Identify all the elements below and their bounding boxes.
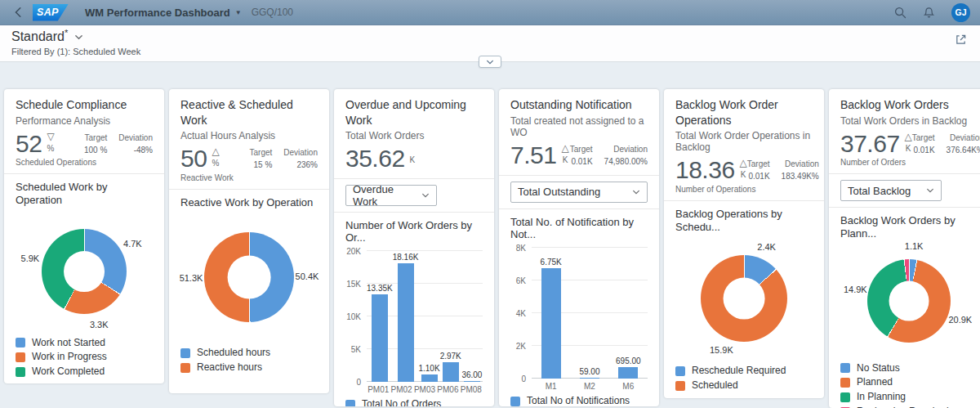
chart-filter-select[interactable]: Overdue Work (345, 185, 437, 206)
y-axis-tick: 0 (521, 374, 526, 383)
kpi-unit: K (906, 144, 911, 153)
card-header[interactable]: Reactive & Scheduled Work Actual Hours A… (169, 89, 329, 188)
legend-item[interactable]: Total No of Notifications (510, 396, 648, 406)
card-header[interactable]: Schedule Compliance Performance Analysis… (4, 89, 164, 173)
donut-hole (889, 280, 929, 321)
legend-label: Work in Progress (32, 352, 107, 363)
bar-chart[interactable]: 8K6K4K2K0 6.75K 59.00 695.00 M1M2M6 (510, 248, 648, 391)
bar[interactable] (580, 378, 599, 379)
chart-legend: No Status Planned In Planning Replanning… (829, 358, 980, 408)
bar[interactable] (421, 374, 438, 382)
x-axis-label: PM06 (436, 382, 459, 394)
bar[interactable] (372, 294, 388, 382)
chevron-down-icon (74, 33, 83, 42)
donut[interactable] (867, 259, 951, 343)
card-header[interactable]: Overdue and Upcoming Work Total Work Ord… (334, 89, 494, 177)
legend-item[interactable]: No Status (840, 363, 978, 374)
legend-item[interactable]: Work Completed (16, 366, 153, 378)
bar-chart[interactable]: 20K15K10K5K0 13.35K 18.16K 1.10K 2.97K 3… (345, 251, 483, 394)
chart-legend: Total No of Orders (334, 394, 494, 407)
legend-item[interactable]: Planned (840, 377, 978, 388)
deviation-label: Deviation (785, 159, 819, 168)
legend-item[interactable]: Scheduled (675, 380, 813, 392)
card-title: Backlog Work Orders (840, 97, 978, 112)
y-axis-tick: 4K (516, 308, 526, 317)
app-title-menu[interactable]: WM Performance Dashboard ▼ (85, 7, 242, 19)
share-icon[interactable] (955, 34, 967, 46)
data-label: 1.1K (905, 241, 924, 251)
legend-item[interactable]: Scheduled hours (180, 347, 318, 359)
legend-item[interactable]: Reschedule Required (675, 365, 813, 377)
bar-column[interactable]: 6.75K (532, 248, 570, 379)
selected-option: Total Backlog (848, 185, 911, 197)
bar[interactable] (398, 263, 414, 382)
data-label: 59.00 (579, 367, 599, 376)
bar[interactable] (541, 268, 561, 379)
x-axis-label: M2 (570, 379, 608, 391)
chart-legend: Scheduled hours Reactive hours (169, 343, 329, 382)
legend-swatch-icon (840, 392, 850, 402)
legend-swatch-icon (16, 367, 25, 377)
donut-chart[interactable]: 2.4K15.9K (675, 236, 813, 361)
bar-column[interactable]: 18.16K (393, 251, 419, 382)
legend-item[interactable]: Work in Progress (16, 352, 153, 363)
notifications-bell-icon[interactable] (923, 7, 935, 19)
shell-header: SAP WM Performance Dashboard ▼ GGQ/100 G… (0, 0, 980, 25)
deviation-value: 376.64K% (947, 146, 980, 155)
sap-logo[interactable]: SAP (33, 4, 69, 21)
legend-item[interactable]: Work not Started (16, 338, 153, 349)
deviation-value: -48% (134, 146, 153, 155)
x-axis-label: M6 (609, 379, 648, 391)
data-label: 20.9K (948, 315, 972, 325)
chart-filter-select[interactable]: Total Backlog (840, 180, 942, 201)
bar[interactable] (618, 367, 638, 379)
deviation-value: 183.49K% (782, 172, 819, 181)
target-label: Target (85, 133, 108, 142)
y-axis-tick: 8K (516, 243, 526, 252)
donut-chart[interactable]: 50.4K51.3K (180, 212, 318, 343)
card-header[interactable]: Backlog Work Order Operations Total Work… (664, 89, 824, 200)
system-id: GGQ/100 (252, 7, 293, 18)
back-icon[interactable] (13, 7, 24, 18)
bar-column[interactable]: 13.35K (367, 251, 393, 382)
bar-column[interactable]: 59.00 (570, 248, 608, 379)
bar-column[interactable]: 695.00 (609, 248, 648, 379)
bar-column[interactable]: 1.10K (418, 251, 439, 382)
chevron-down-icon (926, 187, 934, 194)
search-icon[interactable] (894, 7, 906, 19)
legend-swatch-icon (345, 400, 355, 407)
legend-label: No Status (857, 363, 900, 374)
bar[interactable] (443, 362, 459, 382)
legend-label: Work not Started (32, 338, 105, 349)
data-label: 5.9K (21, 253, 40, 263)
user-avatar[interactable]: GJ (951, 3, 970, 22)
donut-chart[interactable]: 1.1K20.9K14.9K (840, 244, 978, 358)
x-axis-label: M1 (532, 379, 570, 391)
collapse-header-button[interactable] (479, 56, 501, 68)
card-header[interactable]: Outstanding Notification Total created n… (499, 89, 659, 174)
variant-selector[interactable]: Standard* (11, 28, 83, 44)
bar-column[interactable]: 36.00 (461, 251, 483, 382)
donut-chart[interactable]: 4.7K3.3K5.9K (16, 210, 153, 333)
donut[interactable] (204, 232, 294, 322)
legend-item[interactable]: Reactive hours (180, 362, 318, 374)
data-label: 18.16K (393, 253, 419, 262)
card-header[interactable]: Backlog Work Orders Total Work Orders in… (829, 89, 980, 173)
legend-swatch-icon (840, 363, 850, 373)
deviation-label: Deviation (950, 133, 980, 142)
kpi-footer: Number of Orders (840, 158, 978, 167)
donut[interactable] (42, 229, 127, 314)
legend-item[interactable]: Total No of Orders (345, 399, 483, 407)
target-value: 0.01K (748, 172, 769, 181)
y-axis-tick: 20K (346, 246, 361, 255)
bar[interactable] (464, 381, 480, 382)
data-label: 695.00 (616, 356, 641, 365)
chart-filter-select[interactable]: Total Outstanding (510, 182, 648, 203)
legend-swatch-icon (675, 381, 685, 391)
donut[interactable] (701, 255, 787, 342)
legend-item[interactable]: In Planning (840, 392, 978, 403)
chart-title: Backlog Operations by Schedu... (675, 208, 813, 233)
bar-column[interactable]: 2.97K (440, 251, 461, 382)
chart-title: Number of Work Orders by Or... (345, 219, 483, 244)
legend-label: Planned (857, 377, 893, 388)
